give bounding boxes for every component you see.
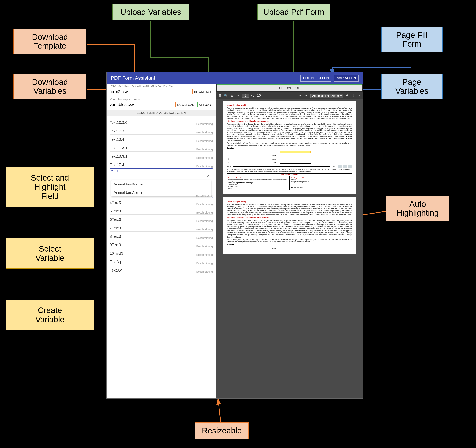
office-profile-label: User profile changed on bbox=[291, 181, 307, 183]
csv-meta-label: CSV 04c67faa-a50c-4f5f-a81a-9de7eb117539 bbox=[107, 84, 216, 88]
field-item[interactable]: Text13.3.1 Beschreibung bbox=[110, 152, 213, 160]
field-desc-label: Beschreibung bbox=[196, 228, 213, 231]
callout-create-variable: Create Variable bbox=[6, 300, 94, 330]
office-region-label: Region: bbox=[228, 188, 233, 189]
zoom-select[interactable]: Automatischer Zoom bbox=[311, 94, 343, 98]
field-item[interactable]: Text13.3.0 Beschreibung bbox=[110, 118, 213, 126]
field-desc-label: Beschreibung bbox=[196, 270, 213, 273]
office-corp-header: For Corporate office use bbox=[291, 177, 351, 179]
office-namesig-label: Name & Signature bbox=[291, 186, 351, 188]
field-desc-label: Beschreibung bbox=[196, 139, 213, 142]
download-icon[interactable]: ⬇ bbox=[351, 94, 355, 98]
office-mgr-label: Name and signature of Br.Manager bbox=[228, 182, 254, 184]
fields-list[interactable]: Text13.3.0 Beschreibung Text17.3 Beschre… bbox=[107, 116, 216, 398]
nb-text: N.B.: Internet facility is provided only… bbox=[227, 168, 352, 172]
field-name-label: 5Text3 bbox=[110, 209, 121, 213]
field-item[interactable]: Text17.3 Beschreibung bbox=[110, 126, 213, 135]
field-name-label: Text11.3.1 bbox=[110, 146, 127, 150]
tools-icon[interactable]: » bbox=[357, 94, 361, 98]
variables-file-input[interactable] bbox=[110, 101, 174, 108]
field-desc-label: Beschreibung bbox=[196, 194, 213, 197]
place-date-row: Place: DATE: bbox=[227, 165, 352, 168]
name-label: Name bbox=[271, 154, 279, 157]
field-desc-label: Beschreibung bbox=[196, 220, 213, 222]
date-label: DATE: bbox=[332, 165, 336, 168]
field-name-label: Text17.3 bbox=[110, 129, 124, 133]
field-name-label: Text13.3.1 bbox=[110, 154, 127, 159]
field-desc-label: Beschreibung bbox=[196, 123, 213, 125]
field-item[interactable]: 4Text3Beschreibung bbox=[110, 198, 213, 206]
pdf-addl-heading: Additional Terms and Conditions for NRI … bbox=[227, 217, 352, 219]
field-name-label: Text3w bbox=[110, 268, 122, 272]
pdf-page: Declaration: (for Retail): I/We have rea… bbox=[223, 197, 356, 254]
variables-download-button[interactable]: DOWNLOAD bbox=[176, 102, 196, 107]
nav-variables-button[interactable]: VARIABLEN bbox=[334, 74, 359, 82]
print-icon[interactable]: 🖨 bbox=[345, 94, 349, 98]
page-down-icon[interactable]: ▼ bbox=[236, 94, 240, 98]
callout-select-highlight-field: Select and Highlight Field bbox=[6, 167, 94, 207]
page-up-icon[interactable]: ▲ bbox=[230, 94, 234, 98]
pdf-addl-body: I/We agree that the facility of Bank of … bbox=[227, 123, 352, 142]
form-file-input[interactable] bbox=[110, 89, 191, 95]
field-item[interactable]: Text11.3.1 Beschreibung bbox=[110, 143, 213, 152]
highlighted-name-field[interactable] bbox=[280, 151, 311, 153]
field-desc-label: Beschreibung bbox=[196, 245, 213, 248]
field-desc-label: Beschreibung bbox=[196, 203, 213, 206]
field-name-label: 8Text3 bbox=[110, 234, 121, 238]
field-name-label: 6Text3 bbox=[110, 217, 121, 221]
field-item[interactable]: 5Text3Beschreibung bbox=[110, 206, 213, 215]
field-name-label: Text10.4 bbox=[110, 137, 124, 142]
callout-download-template: Download Template bbox=[13, 29, 86, 54]
form-download-button[interactable]: DOWNLOAD bbox=[193, 89, 213, 95]
open-field-name: Text3 bbox=[111, 170, 211, 173]
nav-fill-pdf-button[interactable]: PDF BEFÜLLEN bbox=[300, 74, 331, 82]
form-file-row: DOWNLOAD bbox=[107, 88, 216, 97]
field-desc-label: Beschreibung bbox=[196, 236, 213, 239]
app-title: PDF Form Assistant bbox=[111, 75, 155, 81]
dropdown-option[interactable]: Animal FirstName bbox=[111, 180, 211, 188]
callout-page-fill-form: Page Fill Form bbox=[381, 27, 442, 52]
office-header: FOR OFFICE USE ONLY bbox=[227, 174, 352, 176]
field-item[interactable]: 8Text3Beschreibung bbox=[110, 232, 213, 240]
field-name-label: 9Text3 bbox=[110, 243, 121, 247]
signature-table: 1.Name bbox=[227, 246, 352, 250]
office-branch-header: For use at Branch bbox=[228, 177, 289, 179]
sidebar-toggle-icon[interactable]: ☰ bbox=[218, 94, 222, 98]
field-item[interactable]: 9Text3Beschreibung bbox=[110, 240, 213, 249]
clear-icon[interactable]: ✕ bbox=[205, 173, 211, 178]
pdf-decl-heading: Declaration: (for Retail): bbox=[227, 104, 352, 106]
zoom-in-icon[interactable]: + bbox=[304, 94, 309, 98]
toggle-description-button[interactable]: BESCHREIBUNG UMSCHALTEN bbox=[107, 110, 216, 116]
field-desc-label: Beschreibung bbox=[196, 262, 213, 265]
pdf-scroll-area[interactable]: Declaration: (for Retail): I/We have rea… bbox=[216, 99, 363, 398]
field-name-label: Text17.4 bbox=[110, 163, 124, 167]
titlebar: PDF Form Assistant PDF BEFÜLLEN VARIABLE… bbox=[107, 72, 363, 84]
field-desc-label: Beschreibung bbox=[196, 211, 213, 214]
pdf-decl-body: I/We have read the terms and conditions … bbox=[227, 107, 352, 119]
zoom-out-icon[interactable]: − bbox=[298, 94, 302, 98]
variables-upload-button[interactable]: UPLOAD bbox=[197, 102, 213, 107]
pdf-toolbar: ☰ 🔍 ▲ ▼ von 10 − + Automatischer Zoom 🖨 … bbox=[216, 92, 363, 99]
field-desc-label: Beschreibung bbox=[196, 148, 213, 151]
office-branch-note: We confirm having verified the signature… bbox=[228, 179, 289, 182]
name-label: Name bbox=[271, 247, 279, 250]
field-item[interactable]: Text3qBeschreibung bbox=[110, 257, 213, 265]
field-item[interactable]: Text3wBeschreibung bbox=[110, 265, 213, 274]
callout-resizeable: Resizeable bbox=[195, 422, 249, 439]
vars-meta-label: Variables export name bbox=[107, 97, 216, 101]
field-item[interactable]: 7Text3Beschreibung bbox=[110, 223, 213, 232]
page-number-input[interactable] bbox=[242, 94, 249, 97]
app-window: PDF Form Assistant PDF BEFÜLLEN VARIABLE… bbox=[107, 72, 363, 398]
office-use-box: FOR OFFICE USE ONLY For use at Branch We… bbox=[227, 173, 352, 190]
field-item[interactable]: 10Text3Beschreibung bbox=[110, 249, 213, 257]
open-field-input[interactable]: | bbox=[111, 173, 205, 178]
field-name-label: Text3q bbox=[110, 260, 121, 264]
app-body: CSV 04c67faa-a50c-4f5f-a81a-9de7eb117539… bbox=[107, 84, 363, 398]
field-item-open[interactable]: Text3 | ✕ Animal FirstName Animal LastNa… bbox=[110, 168, 213, 198]
upload-pdf-button[interactable]: UPLOAD PDF bbox=[217, 85, 362, 91]
search-icon[interactable]: 🔍 bbox=[224, 94, 228, 98]
field-item[interactable]: Text10.4 Beschreibung bbox=[110, 135, 213, 143]
field-item[interactable]: Text17.4 Beschreibung bbox=[110, 160, 213, 168]
field-item[interactable]: 6Text3Beschreibung bbox=[110, 215, 213, 223]
pdf-decl-body: I/We have read the terms and conditions … bbox=[227, 204, 352, 216]
